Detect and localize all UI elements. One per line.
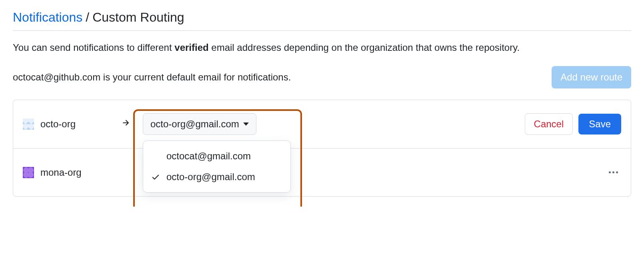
dropdown-option[interactable]: octocat@gmail.com: [143, 146, 290, 167]
heading-divider: [13, 30, 631, 31]
description-suffix: email addresses depending on the organiz…: [209, 42, 520, 53]
cancel-button[interactable]: Cancel: [525, 113, 573, 135]
route-row: mona-org ead@gmail.com: [13, 148, 631, 196]
arrow-right-icon: [121, 118, 130, 130]
email-select-value: octo-org@gmail.com: [150, 118, 239, 130]
row-actions: Cancel Save: [525, 113, 621, 135]
caret-down-icon: [243, 122, 249, 126]
email-dropdown-menu: octocat@gmail.com octo-org@gmail.com: [143, 141, 291, 193]
check-icon: [151, 173, 163, 181]
kebab-icon: [609, 171, 618, 173]
kebab-menu-button[interactable]: [606, 168, 621, 177]
org-avatar-icon: [23, 118, 34, 130]
breadcrumb-separator: /: [86, 10, 89, 25]
org-name: octo-org: [40, 118, 108, 130]
add-new-route-button[interactable]: Add new route: [552, 66, 631, 88]
email-select-dropdown[interactable]: octo-org@gmail.com: [143, 113, 256, 135]
dropdown-option-label: octo-org@gmail.com: [166, 171, 255, 183]
description-text: You can send notifications to different …: [13, 40, 631, 55]
email-select-wrapper: octo-org@gmail.com octocat@gmail.com oct…: [143, 113, 256, 135]
dropdown-option[interactable]: octo-org@gmail.com: [143, 167, 290, 187]
breadcrumb: Notifications / Custom Routing: [13, 10, 631, 25]
save-button[interactable]: Save: [578, 114, 621, 135]
routes-list: octo-org octo-org@gmail.com octocat@gmai…: [13, 100, 631, 197]
default-email-row: octocat@github.com is your current defau…: [13, 66, 631, 88]
org-avatar-icon: [23, 167, 34, 178]
breadcrumb-notifications-link[interactable]: Notifications: [13, 10, 82, 25]
breadcrumb-current: Custom Routing: [92, 10, 184, 25]
org-name: mona-org: [40, 167, 108, 178]
description-bold: verified: [174, 42, 208, 53]
route-row: octo-org octo-org@gmail.com octocat@gmai…: [13, 100, 631, 148]
default-email-text: octocat@github.com is your current defau…: [13, 72, 291, 83]
dropdown-option-label: octocat@gmail.com: [166, 151, 251, 162]
description-prefix: You can send notifications to different: [13, 42, 174, 53]
